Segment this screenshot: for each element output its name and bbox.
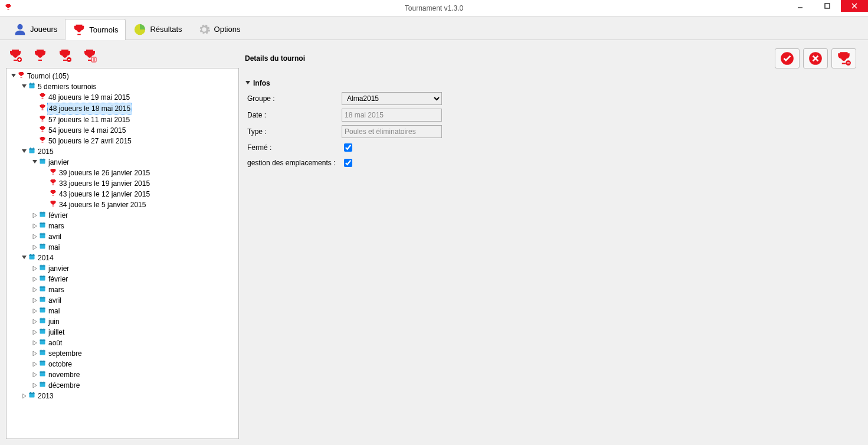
tree-month[interactable]: janvier — [31, 263, 237, 274]
tree-month[interactable]: mars — [31, 284, 237, 295]
tab-options[interactable]: Options — [190, 18, 248, 40]
tree-toolbar — [6, 46, 239, 68]
svg-rect-18 — [40, 212, 45, 214]
svg-rect-15 — [41, 158, 41, 160]
tree-month[interactable]: novembre — [31, 369, 237, 380]
tree-recent[interactable]: 5 derniers tournois — [21, 81, 237, 92]
tree-month[interactable]: janvier — [31, 157, 237, 168]
svg-rect-34 — [30, 255, 35, 256]
calendar-icon — [28, 81, 35, 92]
type-label: Type : — [247, 127, 342, 136]
tree-month[interactable]: décembre — [31, 380, 237, 391]
minimize-button[interactable] — [787, 0, 814, 12]
remove-tournament-button[interactable] — [58, 48, 72, 64]
calendar-icon — [28, 146, 35, 157]
confirm-button[interactable] — [775, 48, 800, 68]
tree-tournament[interactable]: 34 joueurs le 5 janvier 2015 — [42, 199, 237, 210]
export-tournament-button[interactable] — [83, 48, 97, 64]
tree-month[interactable]: février — [31, 274, 237, 284]
chevron-icon — [32, 361, 38, 367]
tab-label: Options — [214, 25, 241, 34]
tree-year-2015[interactable]: 2015 — [21, 146, 237, 157]
trophy-icon — [50, 168, 57, 178]
tree-label: Tournoi (105) — [26, 71, 70, 81]
calendar-icon — [39, 295, 46, 306]
tree-tournament[interactable]: 48 joueurs le 18 mai 2015 — [31, 103, 237, 114]
app-icon — [5, 4, 12, 12]
svg-rect-58 — [40, 319, 45, 320]
tree-label: janvier — [47, 263, 70, 274]
emplacements-checkbox[interactable] — [344, 159, 352, 167]
calendar-icon — [39, 210, 46, 221]
svg-rect-59 — [41, 318, 41, 319]
chevron-icon — [32, 212, 38, 218]
trophy-icon — [39, 103, 46, 114]
svg-rect-35 — [30, 254, 31, 256]
tree-month[interactable]: août — [31, 338, 237, 348]
tab-tournois[interactable]: Tournois — [65, 19, 126, 40]
tournament-tree[interactable]: Tournoi (105)5 derniers tournois48 joueu… — [6, 68, 239, 439]
svg-rect-20 — [44, 211, 44, 213]
tree-year-2013[interactable]: 2013 — [21, 391, 237, 401]
groupe-select[interactable]: Alma2015 — [342, 92, 442, 105]
tree-month[interactable]: mai — [31, 306, 237, 316]
chevron-icon — [32, 319, 38, 325]
tree-month[interactable]: février — [31, 210, 237, 221]
main-tabs: Joueurs Tournois Résultats Options — [0, 17, 868, 40]
tree-tournament[interactable]: 50 joueurs le 27 avril 2015 — [31, 136, 237, 146]
svg-rect-70 — [40, 351, 45, 352]
svg-rect-31 — [41, 243, 41, 245]
tree-month[interactable]: juin — [31, 316, 237, 327]
tree-root[interactable]: Tournoi (105) — [10, 71, 237, 81]
tree-year-2014[interactable]: 2014 — [21, 253, 237, 263]
date-label: Date : — [247, 111, 342, 119]
svg-rect-44 — [44, 275, 44, 277]
maximize-button[interactable] — [814, 0, 841, 12]
delete-tournament-button[interactable] — [831, 48, 856, 68]
add-tournament-button[interactable] — [8, 48, 22, 64]
tree-tournament[interactable]: 54 joueurs le 4 mai 2015 — [31, 125, 237, 136]
section-infos[interactable]: Infos — [245, 79, 856, 87]
trophy-icon — [50, 199, 57, 210]
tree-label: mars — [47, 284, 65, 295]
chevron-icon — [42, 191, 48, 197]
svg-rect-46 — [40, 287, 45, 288]
tree-month[interactable]: mai — [31, 242, 237, 253]
svg-rect-74 — [40, 361, 45, 362]
cancel-button[interactable] — [803, 48, 828, 68]
tree-label: mars — [47, 221, 65, 231]
ferme-checkbox[interactable] — [344, 143, 352, 152]
tree-label: 57 joueurs le 11 mai 2015 — [47, 114, 131, 125]
trophy-icon — [39, 92, 46, 103]
chevron-icon — [21, 149, 27, 155]
calendar-icon — [39, 359, 46, 369]
tree-tournament[interactable]: 57 joueurs le 11 mai 2015 — [31, 114, 237, 125]
calendar-icon — [39, 327, 46, 338]
details-actions — [775, 48, 856, 68]
tree-month[interactable]: mars — [31, 221, 237, 231]
tab-joueurs[interactable]: Joueurs — [6, 18, 65, 40]
tree-label: août — [47, 338, 63, 348]
tree-tournament[interactable]: 48 joueurs le 19 mai 2015 — [31, 92, 237, 103]
tree-label: avril — [47, 295, 63, 306]
tree-tournament[interactable]: 33 joueurs le 19 janvier 2015 — [42, 178, 237, 189]
tree-tournament[interactable]: 43 joueurs le 12 janvier 2015 — [42, 189, 237, 199]
tree-month[interactable]: avril — [31, 295, 237, 306]
tree-label: 33 joueurs le 19 janvier 2015 — [58, 178, 151, 189]
svg-rect-52 — [44, 296, 44, 298]
tree-month[interactable]: juillet — [31, 327, 237, 338]
tab-resultats[interactable]: Résultats — [126, 18, 189, 40]
tree-tournament[interactable]: 39 joueurs le 26 janvier 2015 — [42, 168, 237, 178]
chevron-icon — [32, 382, 38, 388]
tree-label: février — [47, 210, 69, 221]
close-button[interactable] — [841, 0, 868, 12]
tree-month[interactable]: octobre — [31, 359, 237, 369]
svg-rect-36 — [33, 254, 34, 256]
tree-month[interactable]: avril — [31, 231, 237, 242]
svg-rect-16 — [44, 158, 44, 160]
tree-label: juillet — [47, 327, 65, 338]
edit-tournament-button[interactable] — [33, 48, 47, 64]
svg-rect-68 — [44, 339, 44, 341]
tree-month[interactable]: septembre — [31, 348, 237, 359]
svg-rect-7 — [30, 83, 31, 84]
